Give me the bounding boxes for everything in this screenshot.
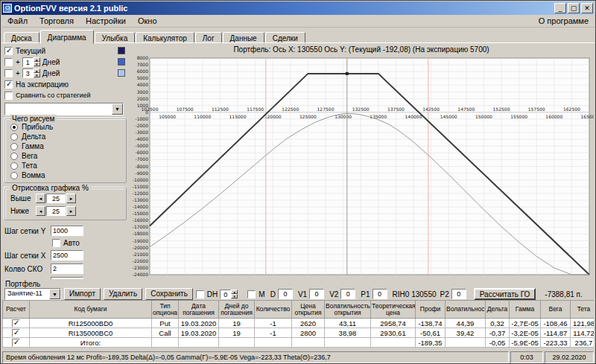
tab-log[interactable]: Лог — [195, 32, 222, 44]
day1-spinner[interactable]: 1▴▾ — [22, 57, 40, 67]
total-theo — [371, 338, 416, 348]
m-checkbox[interactable] — [247, 290, 256, 298]
radio-vega[interactable] — [10, 153, 18, 160]
radio-gamma-label: Гамма — [22, 142, 44, 150]
menu-about[interactable]: О программе — [533, 16, 595, 26]
row2-gamma: -3,2E-05 — [510, 328, 541, 338]
spin-down-icon[interactable]: ▾ — [231, 294, 238, 298]
tab-board[interactable]: Доска — [4, 32, 39, 44]
row1-open-price[interactable]: 2620 — [292, 319, 325, 328]
below-increment-button[interactable]: ▸ — [66, 206, 76, 216]
compare-checkbox[interactable] — [4, 92, 13, 100]
svg-text:110000: 110000 — [194, 114, 211, 119]
v1-input[interactable] — [309, 289, 324, 299]
portfolio-combobox[interactable]: Занятие-11 ▼ — [4, 288, 61, 300]
row1-qty[interactable]: -1 — [255, 319, 292, 328]
tab-smile[interactable]: Улыбка — [95, 32, 136, 44]
col-delta[interactable]: Дельта — [486, 301, 510, 319]
grid-x-label: Шаг сетки X — [4, 252, 51, 260]
chevron-down-icon[interactable]: ▼ — [112, 103, 123, 115]
radio-vomma[interactable] — [10, 172, 18, 179]
col-option-type[interactable]: Тип опциона — [152, 301, 179, 319]
compare-strategy-combobox[interactable]: ▼ — [4, 103, 124, 115]
d-input[interactable] — [278, 289, 293, 299]
row2-open-price[interactable]: 2800 — [292, 328, 325, 338]
above-value[interactable]: 25 — [46, 194, 66, 203]
col-gamma[interactable]: Гамма — [510, 301, 541, 319]
auto-checkbox[interactable] — [52, 239, 60, 247]
row1-code[interactable]: RI125000BD0 — [30, 319, 152, 328]
import-button[interactable]: Импорт — [64, 288, 101, 300]
svg-text:-6000: -6000 — [136, 150, 149, 155]
col-theta[interactable]: Тета — [571, 301, 595, 319]
payoff-chart[interactable]: -24000-23000-22000-21000-20000-19000-180… — [130, 55, 594, 278]
above-increment-button[interactable]: ▸ — [66, 194, 76, 203]
total-theta: 236,7 — [571, 338, 595, 348]
expiration-checkbox[interactable] — [4, 80, 13, 89]
menu-window[interactable]: Окно — [132, 16, 163, 26]
maximize-button[interactable]: ▢ — [568, 3, 580, 13]
minimize-button[interactable]: _ — [554, 3, 566, 13]
status-bar: Время обновления 12 мс Profit=-189,35 De… — [2, 351, 594, 363]
positions-table-wrap: Расчет Код бумаги Тип опциона Дата погаш… — [2, 300, 594, 351]
total-checkbox[interactable] — [12, 339, 20, 347]
dh-spinner[interactable]: 0▴▾ — [220, 290, 238, 299]
days-count-input[interactable] — [51, 277, 83, 279]
sko-count-input[interactable] — [51, 264, 83, 274]
spin-down-icon[interactable]: ▾ — [34, 73, 40, 77]
dh-checkbox[interactable] — [196, 290, 204, 298]
render-group-title: Отрисовка графика % — [10, 184, 91, 192]
day3-checkbox[interactable] — [4, 69, 13, 77]
radio-theta[interactable] — [10, 162, 18, 170]
close-button[interactable]: ✕ — [581, 3, 593, 13]
menu-settings[interactable]: Настройки — [80, 16, 132, 26]
chevron-down-icon[interactable]: ▼ — [49, 289, 60, 299]
tab-deals[interactable]: Сделки — [265, 32, 305, 44]
row1-checkbox[interactable] — [12, 319, 20, 328]
calculate-go-button[interactable]: Рассчитать ГО — [474, 288, 536, 300]
below-decrement-button[interactable]: ◂ — [36, 206, 45, 216]
radio-delta[interactable] — [10, 133, 18, 141]
col-code[interactable]: Код бумаги — [30, 301, 152, 319]
p1-input[interactable] — [372, 289, 387, 299]
day1-checkbox[interactable] — [4, 58, 13, 66]
total-qty — [255, 338, 292, 348]
total-type — [152, 338, 179, 348]
spin-down-icon[interactable]: ▾ — [34, 62, 40, 66]
total-days-selected-cell[interactable] — [219, 338, 255, 348]
save-button[interactable]: Сохранить — [145, 288, 193, 300]
col-quantity[interactable]: Количество — [255, 301, 292, 319]
col-volatility[interactable]: Волатильность — [446, 301, 486, 319]
radio-row-theta: Тета — [10, 161, 122, 170]
tab-diagram[interactable]: Диаграмма — [40, 30, 94, 44]
above-decrement-button[interactable]: ◂ — [36, 194, 45, 203]
menu-trade[interactable]: Торговля — [34, 16, 80, 26]
delete-button[interactable]: Удалить — [104, 288, 142, 300]
svg-text:6000: 6000 — [137, 68, 148, 74]
row2-qty[interactable]: -1 — [255, 328, 292, 338]
row2-days: 19 — [219, 328, 255, 338]
radio-profit[interactable] — [10, 124, 18, 131]
col-calc[interactable]: Расчет — [3, 301, 30, 319]
p2-input[interactable] — [451, 289, 466, 299]
menu-file[interactable]: Файл — [1, 16, 34, 26]
row2-code[interactable]: RI135000BC0 — [30, 328, 152, 338]
tab-data[interactable]: Данные — [223, 32, 264, 44]
col-days-to-expiry[interactable]: Дней до погашения — [219, 301, 255, 319]
col-expiry-date[interactable]: Дата погашения — [179, 301, 219, 319]
grid-y-input[interactable] — [51, 226, 83, 236]
below-value[interactable]: 25 — [46, 206, 66, 216]
v2-input[interactable] — [340, 289, 355, 299]
col-open-price[interactable]: Цена открытия — [292, 301, 325, 319]
day3-spinner[interactable]: 3▴▾ — [22, 68, 40, 78]
col-profit[interactable]: Профи — [416, 301, 446, 319]
total-gamma: -5,9E-05 — [510, 338, 541, 348]
row2-checkbox[interactable] — [12, 329, 20, 337]
radio-gamma[interactable] — [10, 143, 18, 150]
col-open-vol[interactable]: Волатильность открытия — [325, 301, 371, 319]
current-checkbox[interactable] — [4, 47, 13, 55]
grid-x-input[interactable] — [51, 250, 83, 261]
tab-calculator[interactable]: Калькулятор — [136, 32, 194, 44]
col-vega[interactable]: Вега — [541, 301, 571, 319]
col-theo-price[interactable]: Теоретическая цена — [371, 301, 416, 319]
